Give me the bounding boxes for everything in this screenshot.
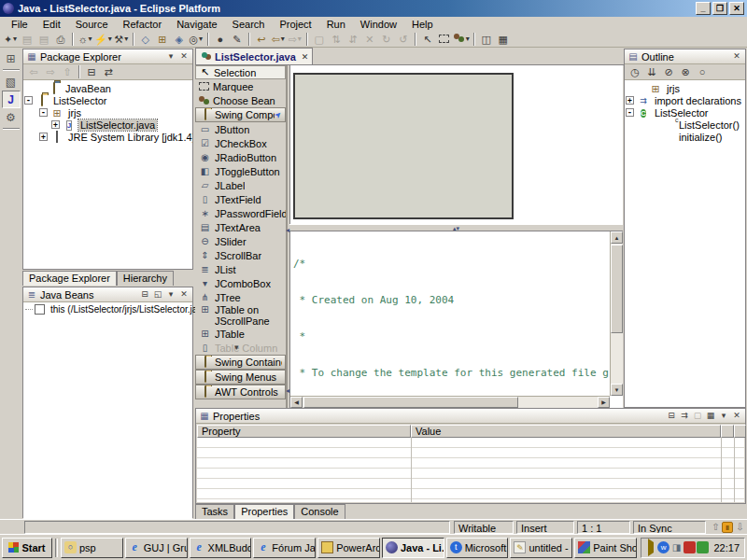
palette-item-jtable-on-jscrollpane[interactable]: ⊞JTable on JScrollPane: [195, 304, 286, 327]
up-icon[interactable]: ⇧: [59, 65, 76, 79]
new-package-button[interactable]: ⊞: [154, 32, 171, 47]
palette-tool-selection[interactable]: ↖ Selection: [195, 65, 286, 79]
ve-action-1-button[interactable]: ▢: [311, 32, 328, 47]
palette-item-jtextarea[interactable]: ▤JTextArea: [195, 220, 286, 234]
sort-icon[interactable]: ⇊: [643, 65, 660, 79]
debug-button[interactable]: ☼: [77, 32, 93, 47]
tab-console[interactable]: Console: [294, 504, 345, 519]
java-perspective-button[interactable]: J: [2, 91, 21, 108]
outline-item-listselector-class[interactable]: C ListSelector: [625, 106, 745, 119]
ve-action-3-button[interactable]: ⇵: [345, 32, 361, 47]
expand-expander-icon[interactable]: [626, 96, 634, 105]
menu-help[interactable]: Help: [404, 19, 441, 30]
save-button[interactable]: ▤: [19, 32, 35, 47]
new-class-button[interactable]: ◈: [171, 32, 188, 47]
vertical-scrollbar[interactable]: ▲ ▼: [610, 231, 623, 396]
collapse-expander-icon[interactable]: [39, 108, 48, 117]
tab-package-explorer[interactable]: Package Explorer: [22, 271, 117, 286]
close-button[interactable]: ✕: [729, 2, 744, 15]
ve-action-5-button[interactable]: ↻: [378, 32, 395, 47]
palette-tool-choose-bean[interactable]: Choose Bean: [195, 93, 286, 107]
selection-tool-button[interactable]: ↖: [419, 32, 436, 47]
taskbar-item-guj[interactable]: eGUJ | Gru...: [125, 538, 188, 558]
network-tray-icon[interactable]: [697, 541, 709, 553]
palette-category-swing-components[interactable]: Swing Compo... ➤: [195, 107, 286, 122]
tree-item-javabean[interactable]: JavaBean: [23, 82, 192, 94]
messenger-tray-icon[interactable]: w: [657, 541, 669, 553]
outline-item-imports[interactable]: ⇉ import declarations: [625, 94, 745, 106]
palette-scroll-down-icon[interactable]: ▾: [234, 343, 239, 352]
marquee-tool-button[interactable]: [436, 32, 453, 47]
menu-edit[interactable]: Edit: [35, 19, 68, 30]
outline-item-constructor[interactable]: ListSelector(): [625, 119, 745, 131]
taskbar-item-untitled[interactable]: ✎untitled - ...: [510, 538, 572, 558]
properties-header[interactable]: ▦ Properties ⊟ ⇉ ▢ ▦: [196, 409, 745, 424]
outline-item-initialize[interactable]: initialize(): [625, 131, 745, 143]
horizontal-scrollbar[interactable]: ◀ ▶: [290, 396, 610, 408]
ve-action-4-button[interactable]: ✕: [361, 32, 378, 47]
tab-listselector-java[interactable]: ListSelector.java ✕: [195, 48, 313, 64]
previous-item-icon[interactable]: ⇧: [710, 521, 722, 534]
window-titlebar[interactable]: Java - ListSelector.java - Eclipse Platf…: [0, 0, 747, 17]
collapse-all-icon[interactable]: ⊟: [138, 288, 151, 301]
scrollbar-thumb[interactable]: [611, 245, 623, 333]
filter-icon[interactable]: ⇉: [678, 410, 691, 422]
run-button[interactable]: ⚡: [93, 32, 113, 47]
palette-item-jlist[interactable]: ≣JList: [195, 262, 286, 276]
tree-item-listselector-project[interactable]: ListSelector: [23, 94, 192, 106]
package-explorer-header[interactable]: ▦ Package Explorer: [23, 49, 192, 64]
tree-item-jrjs-package[interactable]: ⊞ jrjs: [23, 106, 192, 119]
palette-item-jtable[interactable]: ⊞JTable: [195, 327, 286, 341]
link-with-editor-icon[interactable]: ⇄: [100, 65, 117, 79]
ve-action-6-button[interactable]: ↺: [395, 32, 412, 47]
java-source-editor[interactable]: /* * Created on Aug 10, 2004 * * To chan…: [289, 231, 623, 408]
restore-default-icon[interactable]: ▢: [691, 410, 704, 422]
palette-tool-marquee[interactable]: Marquee: [195, 79, 286, 93]
palette-category-swing-menus[interactable]: Swing Menus: [195, 370, 286, 385]
ve-action-2-button[interactable]: ⇅: [328, 32, 345, 47]
volume-icon[interactable]: [644, 541, 656, 553]
palette-item-jtree[interactable]: ⋔JTree: [195, 290, 286, 304]
tree-item-jre-system-library[interactable]: JRE System Library [jdk1.4]: [23, 131, 192, 143]
tree-item-listselector-java[interactable]: J ListSelector.java: [23, 119, 192, 131]
palette-item-jcombobox[interactable]: ▾JComboBox: [195, 276, 286, 290]
java-editor-action-1-button[interactable]: ◫: [478, 32, 495, 47]
view-menu-chevron-icon[interactable]: [717, 410, 730, 422]
show-advanced-icon[interactable]: ▦: [704, 410, 717, 422]
palette-item-jscrollbar[interactable]: ⇕JScrollBar: [195, 248, 286, 262]
menu-file[interactable]: File: [4, 19, 35, 30]
palette-item-jtogglebutton[interactable]: ◧JToggleButton: [195, 164, 286, 178]
hide-fields-icon[interactable]: ⊘: [660, 65, 677, 79]
scroll-down-icon[interactable]: ▼: [611, 384, 623, 396]
menu-source[interactable]: Source: [68, 19, 116, 30]
palette-category-awt-controls[interactable]: AWT Controls: [195, 385, 286, 399]
new-interface-button[interactable]: ◎: [188, 32, 204, 47]
scroll-up-icon[interactable]: ▲: [611, 231, 623, 244]
start-button[interactable]: Start: [2, 538, 52, 558]
menu-search[interactable]: Search: [225, 19, 273, 30]
resource-perspective-button[interactable]: ▧: [2, 73, 21, 91]
focus-icon[interactable]: ◷: [627, 65, 643, 79]
menu-window[interactable]: Window: [353, 19, 404, 30]
menu-project[interactable]: Project: [272, 19, 318, 30]
java-editor-action-2-button[interactable]: ▦: [495, 32, 512, 47]
designer-source-sash[interactable]: ▴▾: [289, 224, 623, 231]
view-close-icon[interactable]: [177, 288, 190, 301]
column-header-property[interactable]: Property: [197, 425, 411, 438]
taskbar-item-microsoft[interactable]: tMicrosoft ...: [446, 538, 509, 558]
bean-checkbox[interactable]: [35, 304, 45, 315]
new-java-project-button[interactable]: ◇: [137, 32, 154, 47]
tab-properties[interactable]: Properties: [234, 504, 294, 519]
collapse-all-icon[interactable]: ⊟: [83, 65, 100, 79]
code-area[interactable]: /* * Created on Aug 10, 2004 * * To chan…: [293, 233, 609, 396]
palette-item-jtextfield[interactable]: ▯JTextField: [195, 192, 286, 206]
back-icon[interactable]: ⇦: [25, 65, 42, 79]
minimize-button[interactable]: _: [696, 2, 711, 15]
search-button[interactable]: ●: [212, 32, 229, 47]
new-wizard-button[interactable]: ✦: [2, 32, 19, 47]
palette-item-jbutton[interactable]: ▭JButton: [195, 122, 286, 136]
back-button[interactable]: ⇦: [270, 32, 287, 47]
tab-tasks[interactable]: Tasks: [195, 504, 234, 519]
view-close-icon[interactable]: [177, 50, 190, 63]
expand-expander-icon[interactable]: [51, 120, 60, 129]
